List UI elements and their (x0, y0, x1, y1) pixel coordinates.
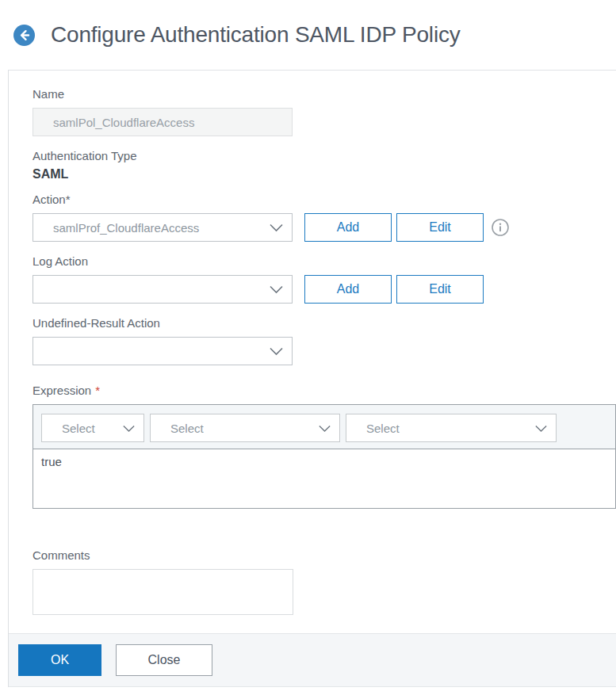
log-action-edit-button[interactable]: Edit (396, 275, 484, 304)
undefined-result-action-group: Undefined-Result Action (33, 316, 616, 365)
expression-editor: Select Select Select (33, 404, 616, 509)
name-label: Name (33, 87, 616, 101)
footer-action-bar: OK Close (9, 633, 616, 687)
name-input[interactable] (33, 108, 293, 136)
log-action-select[interactable] (33, 275, 293, 304)
back-button[interactable] (13, 25, 35, 46)
form-panel: Name Authentication Type SAML Action* sa… (8, 70, 616, 687)
action-label: Action* (33, 193, 616, 207)
action-add-button[interactable]: Add (304, 213, 392, 242)
undefined-result-action-select[interactable] (33, 337, 293, 365)
action-select[interactable]: samlProf_CloudflareAccess (33, 213, 293, 242)
chevron-down-icon (270, 345, 283, 358)
chevron-down-icon (270, 221, 283, 235)
action-select-value: samlProf_CloudflareAccess (53, 221, 199, 235)
authentication-type-group: Authentication Type SAML (33, 149, 616, 182)
undefined-result-action-label: Undefined-Result Action (33, 316, 616, 330)
expression-group: Expression* Select Select (33, 384, 616, 509)
chevron-down-icon (270, 283, 283, 296)
info-icon[interactable] (492, 219, 509, 236)
page-title: Configure Authentication SAML IDP Policy (51, 22, 461, 48)
page-header: Configure Authentication SAML IDP Policy (0, 0, 616, 70)
action-field-group: Action* samlProf_CloudflareAccess Add Ed… (33, 193, 616, 242)
log-action-label: Log Action (33, 254, 616, 269)
back-arrow-icon (13, 25, 35, 46)
comments-input[interactable] (33, 569, 293, 615)
required-asterisk: * (95, 384, 100, 397)
close-button[interactable]: Close (116, 644, 212, 676)
expression-toolbar: Select Select Select (33, 405, 615, 449)
chevron-down-icon (535, 422, 547, 435)
authentication-type-label: Authentication Type (33, 149, 616, 163)
action-edit-button[interactable]: Edit (396, 213, 484, 242)
ok-button[interactable]: OK (18, 644, 101, 676)
log-action-add-button[interactable]: Add (304, 275, 392, 304)
name-field-group: Name (33, 87, 616, 136)
expression-select-3[interactable]: Select (346, 414, 557, 442)
expression-select-2[interactable]: Select (150, 414, 340, 442)
authentication-type-value: SAML (33, 166, 616, 182)
comments-group: Comments (33, 548, 616, 618)
chevron-down-icon (123, 422, 135, 435)
comments-label: Comments (33, 548, 616, 563)
expression-select-1[interactable]: Select (41, 414, 144, 442)
log-action-field-group: Log Action Add Edit (33, 254, 616, 304)
expression-label: Expression* (33, 384, 616, 398)
expression-input[interactable]: true (33, 449, 615, 508)
chevron-down-icon (319, 422, 331, 435)
